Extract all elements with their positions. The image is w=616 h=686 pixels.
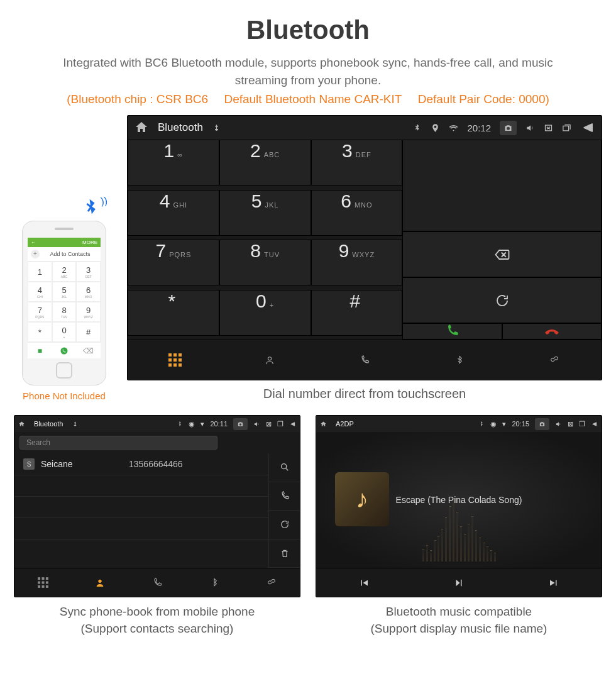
wifi-icon: ▾ — [201, 420, 204, 428]
phone-key-*: * — [28, 322, 52, 342]
bluetooth-specs: (Bluetooth chip : CSR BC6 Default Blueto… — [14, 92, 602, 106]
camera-icon[interactable] — [233, 418, 248, 430]
phone-key-#: # — [76, 322, 101, 342]
contact-list: S Seicane 13566664466 — [14, 453, 268, 568]
side-call-icon[interactable] — [269, 482, 300, 511]
add-contact-label: Add to Contacts — [43, 251, 97, 257]
next-track-button[interactable] — [507, 568, 602, 597]
statusbar-title: A2DP — [336, 420, 354, 428]
contact-name: Seicane — [41, 459, 129, 469]
dialed-number-display — [402, 140, 602, 231]
phone-key-5: 5JKL — [52, 282, 77, 302]
close-window-icon[interactable] — [544, 123, 553, 133]
dial-key-4[interactable]: 4GHI — [128, 190, 219, 236]
tab-contacts[interactable] — [223, 340, 317, 380]
phone-key-4: 4GHI — [28, 282, 52, 302]
back-icon[interactable] — [580, 120, 595, 135]
location-icon: ◉ — [189, 420, 195, 428]
svg-point-3 — [99, 579, 102, 582]
tab-contacts[interactable] — [72, 568, 129, 597]
main-caption: Dial number direct from touchscreen — [127, 387, 602, 401]
tab-call-log[interactable] — [317, 340, 412, 380]
a2dp-head-unit: A2DP ◉ ▾ 20:15 ⊠ ❐ ♪ — [316, 415, 602, 597]
spec-chip: (Bluetooth chip : CSR BC6 — [67, 92, 208, 106]
tab-bluetooth[interactable] — [412, 340, 507, 380]
smartphone-mock: ← MORE + Add to Contacts 12ABC3DEF4GHI5J… — [22, 221, 106, 385]
hangup-button[interactable] — [502, 323, 602, 340]
usb-icon — [72, 421, 79, 428]
home-icon[interactable] — [320, 421, 327, 428]
recent-apps-icon[interactable]: ❐ — [579, 420, 585, 428]
phone-backspace-icon: ⌫ — [76, 342, 101, 358]
search-input[interactable]: Search — [19, 436, 217, 450]
dial-key-*[interactable]: * — [128, 290, 219, 336]
phone-not-included-label: Phone Not Included — [14, 390, 114, 401]
home-icon[interactable] — [18, 421, 25, 428]
prev-track-button[interactable] — [316, 568, 411, 597]
volume-icon[interactable] — [253, 421, 260, 428]
back-icon[interactable] — [289, 421, 296, 428]
play-pause-button[interactable] — [411, 568, 506, 597]
redial-button[interactable] — [402, 277, 602, 323]
dial-key-2[interactable]: 2ABC — [219, 140, 311, 185]
dial-key-1[interactable]: 1∞ — [128, 140, 219, 185]
location-icon — [431, 123, 440, 133]
contact-row-empty — [14, 475, 268, 497]
phone-key-8: 8TUV — [52, 302, 77, 322]
wifi-icon — [449, 123, 458, 133]
dial-key-0[interactable]: 0+ — [219, 290, 311, 336]
clock-time: 20:11 — [210, 420, 228, 428]
tab-bluetooth[interactable] — [185, 568, 243, 597]
camera-icon[interactable] — [535, 418, 549, 430]
phone-video-icon: ■ — [28, 342, 52, 358]
main-head-unit: Bluetooth 20:12 — [127, 115, 602, 380]
clock-time: 20:12 — [467, 123, 491, 133]
volume-icon[interactable] — [555, 421, 562, 428]
statusbar-title: Bluetooth — [158, 121, 203, 134]
svg-point-1 — [268, 357, 272, 360]
phone-key-6: 6MNO — [76, 282, 101, 302]
tab-pairing[interactable] — [243, 568, 300, 597]
page-subtitle: Integrated with BC6 Bluetooth module, su… — [39, 54, 577, 89]
close-window-icon[interactable]: ⊠ — [266, 420, 272, 428]
side-sync-icon[interactable] — [269, 511, 300, 539]
camera-icon[interactable] — [500, 121, 517, 135]
contact-initial-badge: S — [23, 458, 35, 470]
side-delete-icon[interactable] — [269, 539, 300, 568]
dial-key-9[interactable]: 9WXYZ — [311, 240, 403, 285]
svg-point-2 — [281, 464, 286, 469]
bluetooth-status-icon — [176, 421, 183, 428]
contacts-caption: Sync phone-book from mobile phone (Suppo… — [14, 604, 300, 637]
dial-key-#[interactable]: # — [311, 290, 403, 336]
wifi-icon: ▾ — [502, 420, 506, 428]
recent-apps-icon[interactable] — [562, 123, 571, 133]
dial-key-3[interactable]: 3DEF — [311, 140, 403, 185]
close-window-icon[interactable]: ⊠ — [568, 420, 573, 428]
phone-key-3: 3DEF — [76, 262, 101, 282]
side-search-icon[interactable] — [269, 453, 300, 482]
backspace-button[interactable] — [402, 231, 602, 277]
tab-call-log[interactable] — [129, 568, 186, 597]
contact-row[interactable]: S Seicane 13566664466 — [14, 453, 268, 475]
contact-row-empty — [14, 518, 268, 539]
call-button[interactable] — [402, 323, 502, 340]
dial-key-7[interactable]: 7PQRS — [128, 240, 219, 285]
volume-icon[interactable] — [525, 123, 535, 133]
back-icon[interactable] — [591, 421, 598, 428]
bluetooth-status-icon — [478, 421, 485, 428]
dial-key-8[interactable]: 8TUV — [219, 240, 311, 285]
contact-number: 13566664466 — [129, 459, 183, 469]
dial-key-6[interactable]: 6MNO — [311, 190, 403, 236]
recent-apps-icon[interactable]: ❐ — [277, 420, 283, 428]
contact-row-empty — [14, 497, 268, 518]
page-title: Bluetooth — [14, 15, 602, 45]
usb-icon — [212, 123, 221, 133]
tab-keypad[interactable] — [128, 340, 223, 380]
song-title: Escape (The Pina Colada Song) — [396, 495, 522, 505]
tab-keypad[interactable] — [14, 568, 72, 597]
phone-key-0: 0+ — [52, 322, 77, 342]
dial-key-5[interactable]: 5JKL — [219, 190, 311, 236]
home-icon[interactable] — [134, 120, 149, 135]
tab-pairing[interactable] — [507, 340, 602, 380]
svg-point-0 — [61, 347, 68, 354]
